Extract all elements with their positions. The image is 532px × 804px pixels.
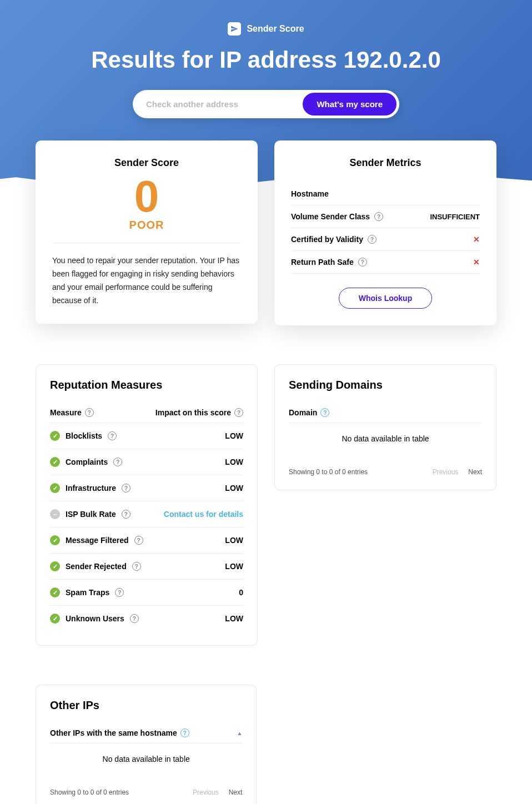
- help-icon[interactable]: ?: [130, 614, 139, 623]
- help-icon[interactable]: ?: [122, 510, 131, 519]
- metrics-card: Sender Metrics Hostname Volume Sender Cl…: [274, 140, 496, 325]
- metric-hostname: Hostname: [291, 183, 480, 205]
- help-icon[interactable]: ?: [180, 728, 189, 737]
- next-button[interactable]: Next: [229, 788, 243, 796]
- check-icon: ✓: [50, 561, 60, 571]
- domains-title: Sending Domains: [289, 379, 482, 391]
- check-icon: ✓: [50, 457, 60, 467]
- col-measure: Measure: [50, 408, 82, 417]
- brand-icon: [228, 22, 241, 36]
- metric-label: Hostname: [291, 189, 329, 198]
- measure-value[interactable]: Contact us for details: [164, 510, 243, 519]
- search-input[interactable]: [135, 93, 302, 115]
- score-title: Sender Score: [52, 157, 241, 169]
- check-icon: ✓: [50, 483, 60, 493]
- measure-row: ✓Spam Traps?0: [50, 580, 243, 606]
- measure-value: LOW: [225, 536, 243, 545]
- other-ips-empty: No data available in table: [50, 743, 242, 775]
- metric-value: INSUFFICIENT: [430, 213, 480, 221]
- measure-row: ✓Complaints?LOW: [50, 449, 243, 475]
- search-button[interactable]: What's my score: [302, 92, 397, 116]
- sort-asc-icon: ▲: [237, 730, 242, 736]
- measure-row: ✓Sender Rejected?LOW: [50, 554, 243, 580]
- help-icon[interactable]: ?: [358, 258, 367, 267]
- reputation-card: Reputation Measures Measure ? Impact on …: [36, 364, 258, 646]
- measure-row: ✓Unknown Users?LOW: [50, 606, 243, 631]
- measure-name: Sender Rejected: [66, 562, 127, 571]
- help-icon[interactable]: ?: [108, 431, 117, 440]
- measure-row: ✓Infrastructure?LOW: [50, 475, 243, 501]
- other-ips-header[interactable]: Other IPs with the same hostname ? ▲: [50, 723, 242, 743]
- other-ips-count: Showing 0 to 0 of 0 entries: [50, 788, 129, 796]
- whois-button[interactable]: Whois Lookup: [339, 288, 432, 309]
- score-value: 0: [52, 174, 241, 219]
- prev-button[interactable]: Previous: [193, 788, 219, 796]
- reputation-header: Measure ? Impact on this score ?: [50, 403, 243, 423]
- help-icon[interactable]: ?: [374, 212, 383, 221]
- measure-name: Message Filtered: [66, 536, 129, 545]
- prev-button[interactable]: Previous: [433, 468, 459, 476]
- help-icon[interactable]: ?: [134, 536, 143, 545]
- measure-name: ISP Bulk Rate: [66, 510, 116, 519]
- measure-value: LOW: [225, 562, 243, 571]
- score-label: POOR: [52, 219, 241, 232]
- measure-name: Unknown Users: [66, 614, 124, 623]
- other-ips-footer: Showing 0 to 0 of 0 entries Previous Nex…: [50, 788, 242, 796]
- next-button[interactable]: Next: [468, 468, 482, 476]
- reputation-title: Reputation Measures: [50, 379, 243, 391]
- col-domain: Domain: [289, 408, 317, 417]
- score-card: Sender Score 0 POOR You need to repair y…: [36, 140, 258, 324]
- metric-label: Return Path Safe: [291, 258, 354, 267]
- measure-value: LOW: [225, 431, 243, 440]
- help-icon[interactable]: ?: [234, 408, 243, 417]
- check-icon: ✓: [50, 587, 60, 597]
- help-icon[interactable]: ?: [85, 408, 94, 417]
- help-icon[interactable]: ?: [115, 588, 124, 597]
- help-icon[interactable]: ?: [368, 235, 377, 244]
- metric-label: Certified by Validity: [291, 235, 363, 244]
- metrics-title: Sender Metrics: [291, 157, 480, 169]
- measure-value: 0: [239, 588, 243, 597]
- metric-volume: Volume Sender Class ? INSUFFICIENT: [291, 205, 480, 228]
- domains-count: Showing 0 to 0 of 0 entries: [289, 468, 368, 476]
- metric-label: Volume Sender Class: [291, 212, 370, 221]
- measure-name: Infrastructure: [66, 484, 116, 493]
- measure-row: ✓Blocklists?LOW: [50, 423, 243, 449]
- check-icon: ✓: [50, 614, 60, 624]
- brand-row: Sender Score: [11, 22, 521, 36]
- measure-name: Spam Traps: [66, 588, 109, 597]
- metric-certified: Certified by Validity ? ✕: [291, 228, 480, 251]
- page-title: Results for IP address 192.0.2.0: [11, 47, 521, 73]
- col-impact: Impact on this score: [155, 408, 231, 417]
- domains-empty: No data available in table: [289, 423, 482, 454]
- measure-value: LOW: [225, 484, 243, 493]
- other-ips-title: Other IPs: [50, 699, 242, 712]
- measure-row: ✓Message Filtered?LOW: [50, 527, 243, 554]
- help-icon[interactable]: ?: [113, 458, 122, 466]
- check-icon: ✓: [50, 535, 60, 545]
- metric-rpsafe: Return Path Safe ? ✕: [291, 251, 480, 274]
- other-ips-card: Other IPs Other IPs with the same hostna…: [36, 685, 257, 804]
- measure-value: LOW: [225, 458, 243, 466]
- domains-card: Sending Domains Domain ? No data availab…: [274, 364, 496, 490]
- search-bar: What's my score: [133, 90, 399, 118]
- x-icon: ✕: [473, 235, 480, 244]
- measure-name: Blocklists: [66, 431, 102, 440]
- brand-text: Sender Score: [247, 24, 304, 34]
- domains-header[interactable]: Domain ?: [289, 403, 482, 423]
- dash-icon: –: [50, 509, 60, 519]
- measure-value: LOW: [225, 614, 243, 623]
- col-other-ips: Other IPs with the same hostname: [50, 728, 177, 737]
- measure-row: –ISP Bulk Rate?Contact us for details: [50, 501, 243, 527]
- help-icon[interactable]: ?: [122, 484, 131, 493]
- divider: [52, 243, 241, 243]
- domains-footer: Showing 0 to 0 of 0 entries Previous Nex…: [289, 468, 482, 476]
- help-icon[interactable]: ?: [132, 562, 141, 571]
- help-icon[interactable]: ?: [320, 408, 329, 417]
- measure-name: Complaints: [66, 458, 108, 466]
- score-description: You need to repair your sender reputatio…: [52, 254, 241, 307]
- check-icon: ✓: [50, 431, 60, 441]
- x-icon: ✕: [473, 258, 480, 267]
